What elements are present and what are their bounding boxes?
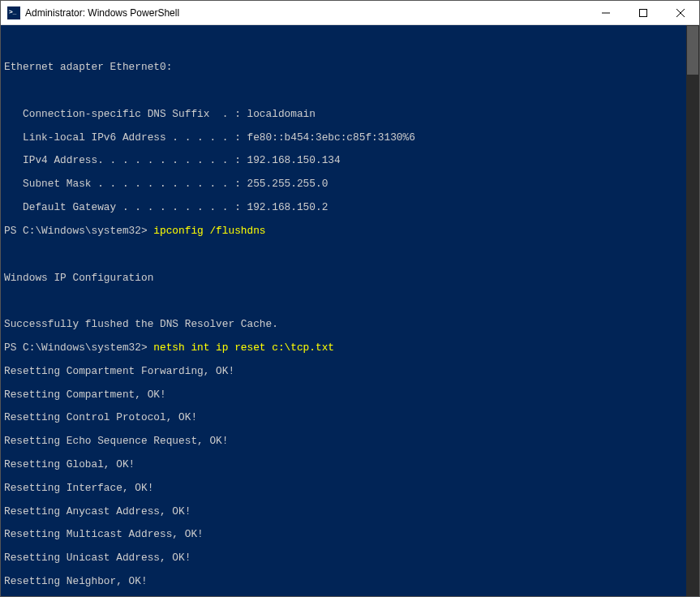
output-line <box>4 85 696 97</box>
window-title: Administrator: Windows PowerShell <box>25 7 587 19</box>
output-line <box>4 38 696 49</box>
command-text: netsh <box>153 341 191 354</box>
vertical-scrollbar[interactable] <box>686 25 699 596</box>
output-line: Resetting Interface, OK! <box>4 483 696 494</box>
scrollbar-thumb[interactable] <box>687 26 698 75</box>
powershell-icon <box>7 6 20 19</box>
output-line: Resetting Unicast Address, OK! <box>4 552 696 564</box>
output-line: Resetting Neighbor, OK! <box>4 576 696 587</box>
output-line: Windows IP Configuration <box>4 273 696 284</box>
output-line: Resetting Echo Sequence Request, OK! <box>4 436 696 447</box>
output-line: Resetting Control Protocol, OK! <box>4 412 696 423</box>
output-line: Resetting Compartment Forwarding, OK! <box>4 366 696 377</box>
prompt-line: PS C:\Windows\system32> ipconfig /flushd… <box>4 225 696 237</box>
svg-rect-1 <box>640 9 647 16</box>
maximize-button[interactable] <box>625 1 662 24</box>
output-line: Resetting Anycast Address, OK! <box>4 506 696 518</box>
output-line: Successfully flushed the DNS Resolver Ca… <box>4 319 696 330</box>
output-line <box>4 295 696 307</box>
command-text: ipconfig <box>153 225 209 237</box>
output-line: Connection-specific DNS Suffix . : local… <box>4 109 696 120</box>
prompt-line: PS C:\Windows\system32> netsh int ip res… <box>4 342 696 354</box>
window-titlebar: Administrator: Windows PowerShell <box>1 1 699 25</box>
output-line: Ethernet adapter Ethernet0: <box>4 62 696 73</box>
output-line: IPv4 Address. . . . . . . . . . . : 192.… <box>4 155 696 166</box>
command-arg: int ip reset c:\tcp.txt <box>191 341 334 354</box>
output-line <box>4 249 696 260</box>
output-line: Default Gateway . . . . . . . . . : 192.… <box>4 202 696 213</box>
terminal-content[interactable]: Ethernet adapter Ethernet0: Connection-s… <box>1 25 699 596</box>
output-line: Link-local IPv6 Address . . . . . : fe80… <box>4 132 696 144</box>
output-line: Resetting Global, OK! <box>4 459 696 470</box>
close-button[interactable] <box>662 1 699 24</box>
command-arg: /flushdns <box>209 225 265 237</box>
minimize-button[interactable] <box>587 1 625 24</box>
output-line: Resetting Compartment, OK! <box>4 389 696 401</box>
output-line: Subnet Mask . . . . . . . . . . . : 255.… <box>4 178 696 190</box>
output-line: Resetting Multicast Address, OK! <box>4 529 696 540</box>
window-controls <box>587 1 699 24</box>
